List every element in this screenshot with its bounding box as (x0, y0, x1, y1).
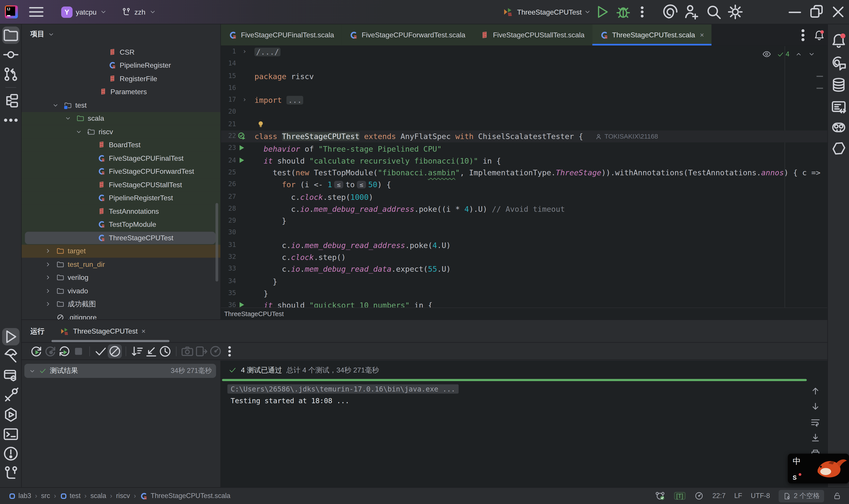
console-command[interactable]: C:\Users\26586\.jdks\temurin-17.0.16\bin… (228, 384, 458, 394)
run-toolbar-screenshot[interactable] (180, 344, 195, 358)
editor-tab-FiveStageCPUForwardTest.scala[interactable]: FiveStageCPUForwardTest.scala (342, 24, 473, 46)
run-toolbar-export-test-results[interactable] (194, 344, 209, 358)
code-line-25[interactable]: 25 test(new TestTopModule("fibonacci.asm… (221, 167, 827, 179)
tool-stripe-services[interactable] (2, 367, 19, 384)
code-line-17[interactable]: 17› import ... (221, 94, 827, 107)
breadcrumb-lab3[interactable]: lab3 (8, 492, 31, 500)
run-toolbar-coverage[interactable] (209, 344, 223, 358)
tree-collapsed-icon[interactable] (44, 301, 52, 308)
translation-badge[interactable]: [T] (674, 492, 685, 500)
tool-stripe-structure[interactable] (2, 92, 19, 109)
close-run-tab-icon[interactable]: × (142, 327, 146, 335)
main-menu-icon[interactable] (25, 3, 47, 21)
scroll-to-end-icon[interactable] (810, 433, 821, 444)
editor-tab-FiveStageCPUStallTest.scala[interactable]: FiveStageCPUStallTest.scala (473, 24, 592, 46)
run-toolbar-rerun-failed[interactable] (43, 344, 57, 358)
tool-stripe-project[interactable] (2, 26, 19, 44)
run-toolbar-show-passed[interactable] (94, 344, 108, 358)
code-line-32[interactable]: 32 c.clock.step() (221, 251, 827, 263)
tool-stripe-version-control[interactable] (2, 464, 19, 482)
breadcrumb-test[interactable]: test (60, 492, 80, 500)
gutter[interactable]: 1› (221, 46, 254, 58)
tool-stripe-sbt[interactable] (2, 386, 19, 404)
run-toolbar-more[interactable] (223, 344, 237, 358)
soft-wrap-icon[interactable] (810, 417, 821, 428)
tree-collapsed-icon[interactable] (44, 287, 52, 294)
minimize-icon[interactable] (784, 3, 806, 21)
tree-item-PipelineRegister[interactable]: PipelineRegister (22, 59, 221, 72)
scroll-up-icon[interactable] (810, 385, 821, 396)
tool-stripe-plugin-hexagon[interactable] (830, 140, 847, 157)
gauge-icon[interactable] (694, 491, 704, 501)
code-area[interactable]: 1› /.../ 14 15 package riscv 16 17› impo… (221, 46, 827, 307)
code-line-20[interactable]: 20 (221, 106, 827, 119)
gutter[interactable]: 31 (221, 239, 254, 251)
run-toolbar-sort-by-duration[interactable] (130, 344, 144, 358)
tree-item-test[interactable]: test (22, 98, 221, 112)
code-line-23[interactable]: 23 behavior of "Three-stage Pipelined CP… (221, 143, 827, 155)
file-encoding[interactable]: UTF-8 (751, 492, 770, 500)
line-separator[interactable]: LF (734, 492, 742, 500)
run-toolbar-test-history[interactable] (158, 344, 172, 358)
tool-stripe-notifications[interactable] (830, 32, 847, 49)
tree-item-TestTopModule[interactable]: TestTopModule (22, 218, 221, 231)
tree-collapsed-icon[interactable] (44, 248, 52, 255)
tree-item-FiveStageCPUStallTest[interactable]: FiveStageCPUStallTest (22, 178, 221, 192)
fold-arrow-icon[interactable]: › (242, 96, 247, 104)
code-line-29[interactable]: 29 } (221, 215, 827, 227)
tool-stripe-documentation[interactable] (830, 98, 847, 116)
invite-user-icon[interactable] (681, 3, 703, 21)
code-line-33[interactable]: 33 c.io.mem_debug_read_data.expect(55.U) (221, 263, 827, 275)
gutter[interactable]: 33 (221, 263, 254, 275)
gutter[interactable]: 15 (221, 70, 254, 82)
tree-item-FiveStageCPUFinalTest[interactable]: FiveStageCPUFinalTest (22, 152, 221, 165)
tool-stripe-ai-assistant-chat[interactable] (830, 55, 847, 72)
gutter[interactable]: 29 (221, 215, 254, 227)
code-line-22[interactable]: 22 class ThreeStageCPUTest extends AnyFl… (221, 130, 827, 143)
run-toolbar-navigate-with-single-click[interactable] (144, 344, 158, 358)
prev-problem-icon[interactable] (795, 50, 802, 58)
tree-item-riscv[interactable]: riscv (22, 125, 221, 138)
breadcrumb-riscv[interactable]: riscv (116, 492, 130, 500)
tree-collapsed-icon[interactable] (44, 274, 52, 281)
run-test-icon[interactable] (238, 144, 245, 152)
tool-stripe-pull-requests[interactable] (2, 66, 19, 83)
code-line-27[interactable]: 27 c.clock.step(1000) (221, 191, 827, 203)
restore-icon[interactable] (806, 3, 827, 21)
tree-expanded-icon[interactable] (64, 115, 71, 122)
gutter[interactable]: 27 (221, 191, 254, 203)
code-line-16[interactable]: 16 (221, 82, 827, 94)
run-test-icon[interactable] (238, 156, 245, 164)
editor-tab-FiveStageCPUFinalTest.scala[interactable]: FiveStageCPUFinalTest.scala (221, 24, 342, 46)
tree-expanded-icon[interactable] (75, 128, 82, 135)
tree-item-scala[interactable]: scala (22, 112, 221, 125)
tree-item-Parameters[interactable]: Parameters (22, 85, 221, 98)
more-actions-icon[interactable] (635, 4, 650, 20)
tool-stripe-copilot[interactable] (830, 119, 847, 137)
vcs-widget[interactable]: zzh (117, 4, 161, 20)
gutter[interactable]: 24 (221, 155, 254, 167)
tree-item-.gitignore[interactable]: .gitignore (22, 311, 221, 320)
project-widget[interactable]: Y yatcpu (57, 4, 112, 20)
close-tab-icon[interactable]: × (700, 31, 704, 39)
tree-item-RegisterFile[interactable]: RegisterFile (22, 72, 221, 85)
code-line-14[interactable]: 14 (221, 58, 827, 70)
tree-item-BoardTest[interactable]: BoardTest (22, 138, 221, 152)
gutter[interactable]: 22 (221, 130, 254, 143)
scroll-down-icon[interactable] (810, 401, 821, 412)
code-line-1[interactable]: 1› /.../ (221, 46, 827, 58)
tool-stripe-sbt-shell[interactable] (2, 406, 19, 423)
tree-item-TestAnnotations[interactable]: TestAnnotations (22, 205, 221, 218)
run-toolbar-rerun[interactable] (29, 344, 43, 358)
project-panel-header[interactable]: 项目 (22, 24, 220, 44)
search-everywhere-icon[interactable] (703, 3, 724, 21)
tree-item-PipelineRegisterTest[interactable]: PipelineRegisterTest (22, 192, 221, 205)
tree-item-CSR[interactable]: CSR (22, 46, 221, 59)
settings-icon[interactable] (724, 3, 746, 21)
gutter[interactable]: 34 (221, 275, 254, 288)
run-toolbar-stop[interactable] (71, 344, 86, 358)
ai-assistant-icon[interactable] (660, 3, 681, 21)
tool-stripe-problems[interactable] (2, 445, 19, 462)
gutter[interactable]: 14 (221, 58, 254, 70)
project-scrollbar[interactable] (216, 203, 218, 282)
